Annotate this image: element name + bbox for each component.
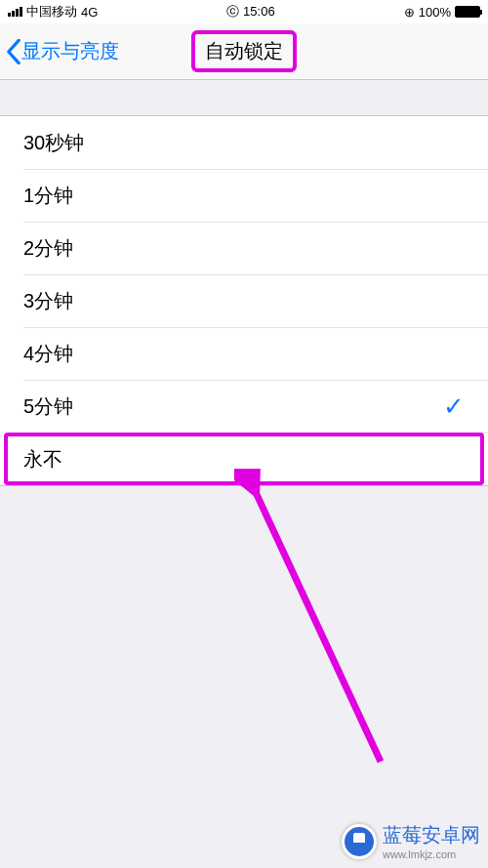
option-label: 永不 bbox=[23, 446, 62, 473]
watermark-url: www.lmkjz.com bbox=[383, 848, 480, 860]
option-label: 4分钟 bbox=[23, 341, 73, 367]
option-row[interactable]: 30秒钟 bbox=[0, 116, 488, 169]
orientation-lock-icon: ⊕ bbox=[404, 5, 415, 20]
svg-line-0 bbox=[254, 488, 381, 762]
watermark: 蓝莓安卓网 www.lmkjz.com bbox=[342, 822, 480, 860]
options-list: 30秒钟1分钟2分钟3分钟4分钟5分钟✓永不 bbox=[0, 115, 488, 486]
back-label: 显示与亮度 bbox=[21, 38, 119, 64]
status-bar: 中国移动 4G ⓒ 15:06 ⊕ 100% bbox=[0, 0, 488, 23]
page-title: 自动锁定 bbox=[191, 30, 297, 72]
watermark-icon bbox=[342, 824, 377, 859]
option-label: 2分钟 bbox=[23, 235, 73, 262]
annotation-arrow bbox=[234, 469, 400, 781]
option-row[interactable]: 5分钟✓ bbox=[0, 380, 488, 433]
option-row[interactable]: 3分钟 bbox=[0, 274, 488, 327]
network-label: 4G bbox=[81, 5, 98, 20]
nav-bar: 显示与亮度 自动锁定 bbox=[0, 23, 488, 80]
option-label: 3分钟 bbox=[23, 288, 73, 314]
clock: 15:06 bbox=[243, 4, 275, 19]
signal-icon bbox=[8, 7, 22, 17]
battery-pct: 100% bbox=[419, 5, 451, 20]
hotspot-icon: ⓒ bbox=[226, 4, 239, 19]
option-row[interactable]: 4分钟 bbox=[0, 327, 488, 380]
chevron-left-icon bbox=[6, 39, 21, 64]
checkmark-icon: ✓ bbox=[443, 392, 465, 422]
option-row[interactable]: 1分钟 bbox=[0, 169, 488, 222]
back-button[interactable]: 显示与亮度 bbox=[0, 38, 119, 64]
option-row[interactable]: 2分钟 bbox=[0, 222, 488, 274]
option-label: 5分钟 bbox=[23, 393, 73, 420]
watermark-text: 蓝莓安卓网 bbox=[383, 822, 480, 848]
option-label: 1分钟 bbox=[23, 183, 73, 209]
option-row[interactable]: 永不 bbox=[0, 433, 488, 485]
battery-icon bbox=[455, 6, 480, 18]
option-label: 30秒钟 bbox=[23, 130, 84, 156]
carrier-label: 中国移动 bbox=[26, 3, 77, 21]
hotspot-time: ⓒ 15:06 bbox=[226, 3, 274, 21]
